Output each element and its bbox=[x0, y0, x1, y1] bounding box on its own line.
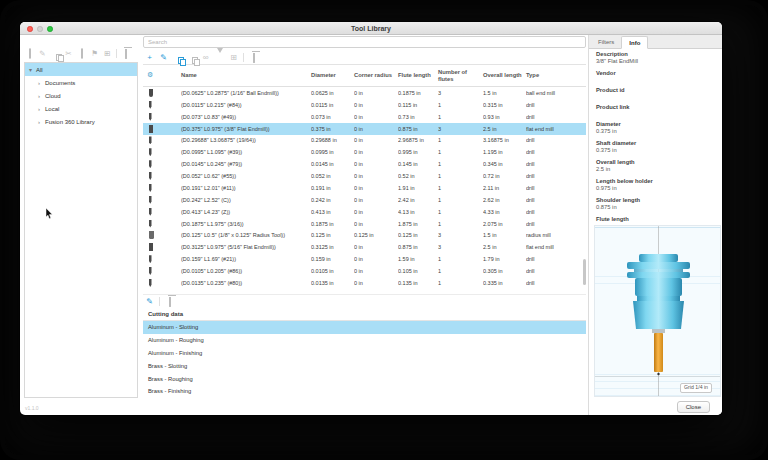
export-library-icon[interactable] bbox=[77, 50, 86, 58]
field-value: 3/8" Flat EndMill bbox=[596, 58, 718, 65]
field-label: Flute length bbox=[596, 216, 718, 223]
chevron-right-icon[interactable]: › bbox=[38, 119, 42, 125]
tab-filters[interactable]: Filters bbox=[591, 35, 621, 48]
library-toolbar: ✎ ✂ ⚑ ⊞ bbox=[25, 47, 137, 60]
tool-3d-preview[interactable]: Grid 1/4 in bbox=[594, 225, 721, 397]
table-row[interactable]: (D0.191" L2.01" (#11)) 0.191 in 0 in 1.9… bbox=[143, 182, 586, 194]
radius-mill-icon bbox=[149, 231, 154, 239]
col-corner-radius[interactable]: Corner radius bbox=[354, 72, 398, 79]
tab-info[interactable]: Info bbox=[621, 36, 648, 49]
field-label: Length below holder bbox=[596, 178, 718, 185]
rename-icon[interactable]: ✎ bbox=[38, 50, 47, 58]
col-flute-length[interactable]: Flute length bbox=[398, 72, 438, 79]
close-window-button[interactable] bbox=[27, 26, 33, 32]
import-library-icon[interactable]: ⚑ bbox=[90, 50, 99, 58]
field-value: 0.975 in bbox=[596, 185, 718, 192]
ball-endmill-icon bbox=[149, 89, 153, 97]
info-panel: Filters Info Description 3/8" Flat EndMi… bbox=[588, 35, 722, 415]
renumber-tool-icon[interactable]: ⊞ bbox=[229, 53, 238, 62]
col-number-of-flutes[interactable]: Number of flutes bbox=[438, 69, 483, 82]
cutting-item[interactable]: Aluminum - Roughing bbox=[143, 334, 586, 347]
drill-icon bbox=[149, 184, 152, 192]
cutting-item[interactable]: Brass - Slotting bbox=[143, 359, 586, 372]
table-row[interactable]: (D0.413" L4.23" (Z)) 0.413 in 0 in 4.13 … bbox=[143, 206, 586, 218]
col-type[interactable]: Type bbox=[526, 72, 586, 79]
window-title: Tool Library bbox=[351, 25, 391, 32]
gear-icon[interactable]: ⚙ bbox=[143, 71, 181, 79]
col-overall-length[interactable]: Overall length bbox=[483, 72, 526, 79]
col-diameter[interactable]: Diameter bbox=[311, 72, 354, 79]
field-label: Overall length bbox=[596, 159, 718, 166]
table-row[interactable]: (D0.29688" L3.06875" (19/64)) 0.29688 in… bbox=[143, 135, 586, 147]
table-row[interactable]: (D0.052" L0.62" (#55)) 0.052 in 0 in 0.5… bbox=[143, 170, 586, 182]
version-label: v1.1.0 bbox=[25, 405, 39, 411]
toolbar-separator bbox=[116, 49, 117, 58]
cut-library-icon[interactable]: ✂ bbox=[64, 50, 73, 58]
drill-icon bbox=[149, 255, 152, 263]
table-row[interactable]: (D0.0625" L0.2875" (1/16" Ball Endmill))… bbox=[143, 87, 586, 99]
tree-item-documents[interactable]: › Documents bbox=[25, 76, 137, 89]
search-input[interactable] bbox=[143, 36, 586, 48]
tree-item-local[interactable]: › Local bbox=[25, 102, 137, 115]
cutting-item-selected[interactable]: Aluminum - Slotting bbox=[143, 321, 586, 334]
table-header: ⚙ Name Diameter Corner radius Flute leng… bbox=[143, 65, 586, 87]
new-folder-icon[interactable] bbox=[25, 50, 34, 58]
cutting-data-header: Cutting data bbox=[143, 308, 586, 321]
link-tool-icon[interactable]: ∞ bbox=[201, 53, 210, 62]
drill-icon bbox=[149, 196, 152, 204]
traffic-lights bbox=[27, 26, 53, 32]
edit-tool-icon[interactable]: ✎ bbox=[159, 53, 168, 62]
tool-toolbar: + ✎ ∞ ⊞ bbox=[143, 51, 586, 63]
field-label: Product link bbox=[596, 104, 718, 111]
caret-down-icon[interactable]: ▾ bbox=[29, 66, 33, 73]
merge-library-icon[interactable]: ⊞ bbox=[103, 50, 112, 58]
tree-item-all[interactable]: ▾ All bbox=[25, 63, 137, 76]
delete-cutting-data-icon[interactable] bbox=[165, 297, 174, 306]
table-scrollbar[interactable] bbox=[583, 259, 586, 285]
edit-cutting-data-icon[interactable]: ✎ bbox=[145, 297, 154, 306]
table-row[interactable]: (D0.073" L0.83" (#49)) 0.073 in 0 in 0.7… bbox=[143, 111, 586, 123]
minimize-window-button[interactable] bbox=[37, 26, 43, 32]
drill-icon bbox=[149, 208, 152, 216]
table-row[interactable]: (D0.3125" L0.975" (5/16" Flat Endmill)) … bbox=[143, 241, 586, 253]
field-value: 2.5 in bbox=[596, 166, 718, 173]
table-row[interactable]: (D0.0145" L0.245" (#79)) 0.0145 in 0 in … bbox=[143, 158, 586, 170]
delete-tool-icon[interactable] bbox=[249, 53, 258, 62]
library-tree: ▾ All › Documents › Cloud › Local › Fusi… bbox=[24, 62, 138, 398]
table-row[interactable]: (D0.0135" L0.235" (#80)) 0.0135 in 0 in … bbox=[143, 277, 586, 289]
drill-icon bbox=[149, 172, 152, 180]
chevron-right-icon[interactable]: › bbox=[38, 106, 42, 112]
delete-library-icon[interactable] bbox=[121, 50, 130, 58]
close-button[interactable]: Close bbox=[677, 401, 710, 413]
cutting-item[interactable]: Aluminum - Finishing bbox=[143, 347, 586, 360]
table-row[interactable]: (D0.159" L1.69" (#21)) 0.159 in 0 in 1.5… bbox=[143, 253, 586, 265]
cutting-item[interactable]: Brass - Roughing bbox=[143, 372, 586, 385]
table-row[interactable]: (D0.125" L0.5" (1/8" x 0.125" Radius Too… bbox=[143, 230, 586, 242]
filter-tool-icon[interactable] bbox=[215, 53, 224, 62]
tree-item-label: All bbox=[36, 67, 43, 73]
tool-library-window: Tool Library ✎ ✂ ⚑ ⊞ ▾ All › Documents bbox=[20, 22, 722, 415]
table-row[interactable]: (D0.1875" L1.975" (3/16)) 0.1875 in 0 in… bbox=[143, 218, 586, 230]
table-row[interactable]: (D0.242" L2.52" (C)) 0.242 in 0 in 2.42 … bbox=[143, 194, 586, 206]
mouse-cursor bbox=[45, 208, 53, 220]
flat-endmill-icon bbox=[149, 125, 153, 133]
add-tool-icon[interactable]: + bbox=[145, 53, 154, 62]
cutting-item[interactable]: Brass - Finishing bbox=[143, 385, 586, 398]
tree-item-label: Documents bbox=[45, 80, 75, 86]
field-label: Product id bbox=[596, 87, 718, 94]
tree-item-cloud[interactable]: › Cloud bbox=[25, 89, 137, 102]
titlebar: Tool Library bbox=[20, 22, 722, 35]
flat-endmill-icon bbox=[149, 243, 153, 251]
table-row[interactable]: (D0.0105" L0.205" (#86)) 0.0105 in 0 in … bbox=[143, 265, 586, 277]
drill-icon bbox=[149, 267, 152, 275]
table-row-selected[interactable]: (D0.375" L0.975" (3/8" Flat Endmill)) 0.… bbox=[143, 123, 586, 135]
table-row[interactable]: (D0.0995" L1.095" (#39)) 0.0995 in 0 in … bbox=[143, 146, 586, 158]
cutting-toolbar: ✎ bbox=[143, 294, 586, 306]
tree-item-fusion-360-library[interactable]: › Fusion 360 Library bbox=[25, 115, 137, 128]
col-name[interactable]: Name bbox=[181, 72, 311, 79]
table-row[interactable]: (D0.0115" L0.215" (#84)) 0.0115 in 0 in … bbox=[143, 99, 586, 111]
chevron-right-icon[interactable]: › bbox=[38, 80, 42, 86]
info-panel-tabs: Filters Info bbox=[589, 35, 722, 49]
chevron-right-icon[interactable]: › bbox=[38, 93, 42, 99]
zoom-window-button[interactable] bbox=[47, 26, 53, 32]
